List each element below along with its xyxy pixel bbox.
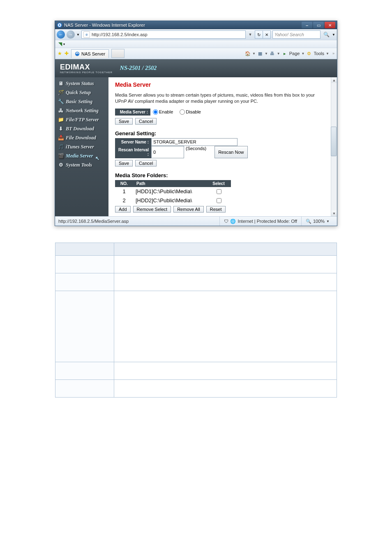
add-button[interactable]: Add [115,206,131,213]
media-server-label: Media Server : [115,109,150,116]
zoom-dropdown[interactable]: ▼ [326,220,330,223]
zoom-control[interactable]: 🔍 100% ▼ [301,217,334,226]
folder-icon: 📁 [58,116,64,123]
nav-history-dropdown[interactable]: ▼ [76,33,80,37]
rescan-now-button[interactable]: Rescan Now [214,146,247,158]
scroll-down-button[interactable]: ▼ [331,210,337,216]
home-icon[interactable]: 🏠 [245,51,251,56]
search-provider-dropdown[interactable]: ▼ [332,33,335,37]
sidebar-item-system-status[interactable]: 🖥System Status [55,79,108,88]
info-header-left [55,243,114,256]
sidebar-label: File/FTP Server [66,117,99,123]
file-download-icon: 📥 [58,134,64,141]
sidebar-item-basic-setting[interactable]: 🔧Basic Setting [55,97,108,106]
sidebar-item-file-download[interactable]: 📥File Download [55,133,108,142]
sidebar-item-media-server[interactable]: 🎬Media Server↖ [55,151,108,160]
new-tab-button[interactable] [111,49,125,58]
links-bar: ◥ ▾ [55,40,337,48]
tab-bar: ★ ✚ NAS Server 🏠▼ ▦▼ 🖶▼ ▸ Page▼ ⚙ Tools▼… [55,48,337,59]
window-close-button[interactable]: ✕ [325,22,335,28]
row-no: 1 [115,187,133,196]
window-title: NAS Server - Windows Internet Explorer [64,23,302,28]
favorites-icon[interactable]: ★ [58,51,62,56]
nav-back-button[interactable]: ← [57,30,65,39]
page-title: Media Server [115,81,330,88]
sidebar-item-file-ftp[interactable]: 📁File/FTP Server [55,115,108,124]
links-dropdown[interactable]: ▾ [63,42,65,46]
wizard-icon: 🪄 [58,89,64,96]
security-zone[interactable]: 🛡 🌐 Internet | Protected Mode: Off [219,217,301,226]
table-row: 2 [HDD2]C:\Public\Media\ [115,196,231,205]
rescan-label: Rescan Interval : [115,146,151,158]
page-menu-icon: ▸ [282,51,288,56]
disable-radio-input[interactable] [180,109,185,115]
svg-point-1 [75,51,79,56]
folders-table: NO. Path Select 1 [HDD1]C:\Public\Media\… [115,180,231,205]
scroll-up-button[interactable]: ▲ [331,77,337,83]
status-url: http://192.168.2.5/MediaServer.asp [58,219,129,224]
brand-name: EDIMAX [60,63,113,71]
sidebar-item-system-tools[interactable]: ⚙System Tools [55,160,108,169]
info-table [55,243,337,398]
address-url-text: http://192.168.2.5/index.asp [92,32,148,37]
tab-label: NAS Server [81,51,105,56]
general-heading: General Setting: [115,130,330,136]
browser-window: NAS Server - Windows Internet Explorer ‒… [55,21,337,226]
cancel-button-2[interactable]: Cancel [135,160,157,166]
sidebar: 🖥System Status 🪄Quick Setup 🔧Basic Setti… [55,77,108,216]
tools-menu[interactable]: Tools [314,51,324,56]
page-header: EDIMAX NETWORKING PEOPLE TOGETHER NS-250… [55,59,337,77]
links-chevron-icon[interactable]: ◥ [57,41,63,47]
add-favorite-icon[interactable]: ✚ [65,51,69,56]
address-input[interactable]: e http://192.168.2.5/index.asp [81,30,246,39]
row-path: [HDD2]C:\Public\Media\ [133,196,206,205]
seconds-label: (Seconds) [184,146,208,158]
disable-label: Disable [186,109,201,114]
window-minimize-button[interactable]: ‒ [302,22,312,28]
zoom-icon: 🔍 [306,219,311,224]
table-row: 1 [HDD1]C:\Public\Media\ [115,187,231,196]
sidebar-item-itunes[interactable]: 🎵iTunes Server [55,142,108,151]
monitor-icon: 🖥 [58,80,64,87]
save-button-2[interactable]: Save [115,160,133,166]
row-select-checkbox[interactable] [217,189,221,194]
music-icon: 🎵 [58,143,64,150]
row-select-checkbox[interactable] [217,198,221,203]
search-go-button[interactable]: 🔍 [322,31,330,38]
sidebar-item-quick-setup[interactable]: 🪄Quick Setup [55,88,108,97]
remove-select-button[interactable]: Remove Select [133,206,171,213]
server-name-input[interactable] [151,138,238,146]
enable-radio-input[interactable] [153,109,158,115]
page-menu[interactable]: Page [289,51,300,56]
th-select: Select [206,180,231,187]
print-icon[interactable]: 🖶 [270,51,275,56]
search-placeholder: Yahoo! Search [274,32,304,37]
sidebar-item-bt-download[interactable]: ⬇BT Download [55,124,108,133]
sidebar-item-network-setting[interactable]: 🖧Network Setting [55,106,108,115]
enable-radio[interactable]: Enable [153,109,173,115]
scrollbar[interactable]: ▲ ▼ [331,77,337,216]
address-dropdown[interactable]: ▼ [247,32,253,37]
network-icon: 🖧 [58,107,64,114]
stop-button[interactable]: ✕ [263,31,270,38]
sidebar-label: BT Download [66,126,94,132]
save-button[interactable]: Save [115,118,133,125]
refresh-button[interactable]: ↻ [255,31,263,38]
sidebar-label: iTunes Server [66,144,94,150]
remove-all-button[interactable]: Remove All [173,206,204,213]
window-maximize-button[interactable]: ▭ [313,22,324,28]
cancel-button[interactable]: Cancel [135,118,157,125]
zone-text: Internet | Protected Mode: Off [238,219,297,224]
nav-forward-button[interactable]: → [67,30,75,39]
browser-tab[interactable]: NAS Server [71,49,109,58]
brand-logo: EDIMAX NETWORKING PEOPLE TOGETHER [60,63,113,74]
rescan-input[interactable] [151,146,184,158]
search-input[interactable]: Yahoo! Search [272,30,321,39]
reset-button[interactable]: Reset [206,206,226,213]
server-name-label: Server Name : [115,138,151,146]
feeds-icon[interactable]: ▦ [257,51,263,56]
sidebar-label: Basic Setting [66,99,92,105]
scroll-thumb[interactable] [331,127,337,156]
disable-radio[interactable]: Disable [180,109,201,115]
gear-icon: ⚙ [58,162,64,168]
